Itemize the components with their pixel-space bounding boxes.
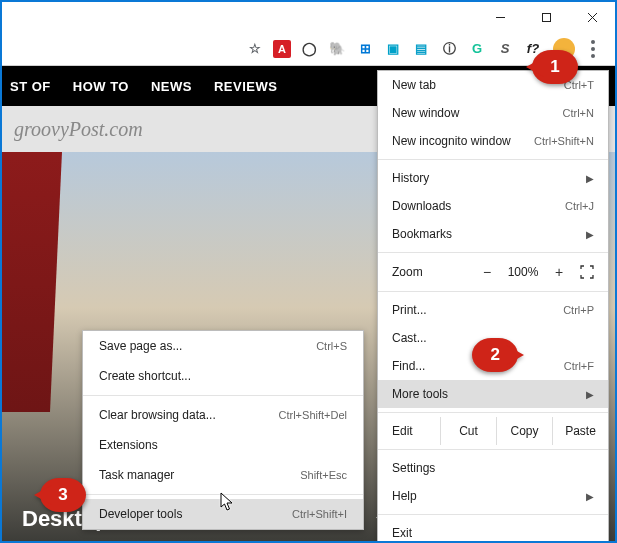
edit-copy-button[interactable]: Copy bbox=[496, 417, 552, 445]
menu-new-incognito[interactable]: New incognito windowCtrl+Shift+N bbox=[378, 127, 608, 155]
menu-print[interactable]: Print...Ctrl+P bbox=[378, 296, 608, 324]
submenu-task-manager[interactable]: Task managerShift+Esc bbox=[83, 460, 363, 490]
menu-exit[interactable]: Exit bbox=[378, 519, 608, 543]
submenu-save-page[interactable]: Save page as...Ctrl+S bbox=[83, 331, 363, 361]
menu-new-window[interactable]: New windowCtrl+N bbox=[378, 99, 608, 127]
chevron-right-icon: ▶ bbox=[586, 491, 594, 502]
chrome-menu-button[interactable] bbox=[579, 35, 607, 63]
menu-edit-row: Edit Cut Copy Paste bbox=[378, 417, 608, 445]
submenu-extensions[interactable]: Extensions bbox=[83, 430, 363, 460]
page-icon[interactable]: ▤ bbox=[411, 39, 431, 59]
svg-rect-1 bbox=[542, 13, 550, 21]
s-icon[interactable]: S bbox=[495, 39, 515, 59]
star-icon[interactable]: ☆ bbox=[245, 39, 265, 59]
submenu-create-shortcut[interactable]: Create shortcut... bbox=[83, 361, 363, 391]
site-logo: groovyPost.com bbox=[14, 118, 143, 141]
chevron-right-icon: ▶ bbox=[586, 389, 594, 400]
fullscreen-icon[interactable] bbox=[574, 265, 600, 279]
callout-2: 2 bbox=[472, 338, 518, 372]
menu-more-tools[interactable]: More tools▶ bbox=[378, 380, 608, 408]
grammarly-icon[interactable]: G bbox=[467, 39, 487, 59]
zoom-in-button[interactable]: + bbox=[544, 264, 574, 280]
adobe-icon[interactable]: A bbox=[273, 40, 291, 58]
zoom-out-button[interactable]: − bbox=[472, 264, 502, 280]
menu-history[interactable]: History▶ bbox=[378, 164, 608, 192]
zoom-value: 100% bbox=[502, 265, 544, 279]
menu-downloads[interactable]: DownloadsCtrl+J bbox=[378, 192, 608, 220]
windows-icon[interactable]: ⊞ bbox=[355, 39, 375, 59]
minimize-button[interactable] bbox=[477, 2, 523, 32]
nav-st-of[interactable]: ST OF bbox=[10, 79, 51, 94]
edit-paste-button[interactable]: Paste bbox=[552, 417, 608, 445]
edit-cut-button[interactable]: Cut bbox=[440, 417, 496, 445]
submenu-clear-data[interactable]: Clear browsing data...Ctrl+Shift+Del bbox=[83, 400, 363, 430]
menu-bookmarks[interactable]: Bookmarks▶ bbox=[378, 220, 608, 248]
menu-settings[interactable]: Settings bbox=[378, 454, 608, 482]
circle-icon[interactable]: ◯ bbox=[299, 39, 319, 59]
mouse-cursor-icon bbox=[220, 492, 236, 516]
info-icon[interactable]: ⓘ bbox=[439, 39, 459, 59]
callout-1: 1 bbox=[532, 50, 578, 84]
nav-how-to[interactable]: HOW TO bbox=[73, 79, 129, 94]
close-button[interactable] bbox=[569, 2, 615, 32]
callout-3: 3 bbox=[40, 478, 86, 512]
menu-help[interactable]: Help▶ bbox=[378, 482, 608, 510]
chevron-right-icon: ▶ bbox=[586, 173, 594, 184]
chrome-main-menu: New tabCtrl+T New windowCtrl+N New incog… bbox=[377, 70, 609, 543]
nav-reviews[interactable]: REVIEWS bbox=[214, 79, 277, 94]
save-icon[interactable]: ▣ bbox=[383, 39, 403, 59]
maximize-button[interactable] bbox=[523, 2, 569, 32]
nav-news[interactable]: NEWS bbox=[151, 79, 192, 94]
evernote-icon[interactable]: 🐘 bbox=[327, 39, 347, 59]
menu-zoom: Zoom − 100% + bbox=[378, 257, 608, 287]
chevron-right-icon: ▶ bbox=[586, 229, 594, 240]
